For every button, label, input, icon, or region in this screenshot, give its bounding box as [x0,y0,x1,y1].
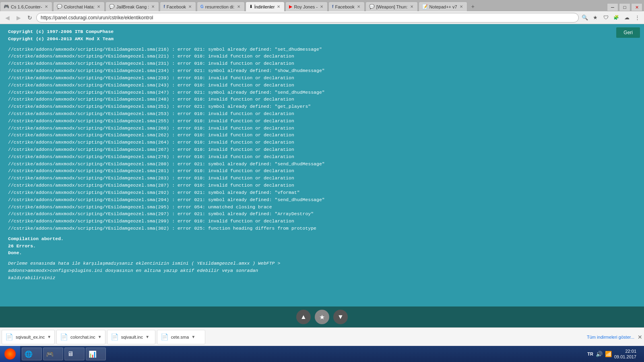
download-filename-2: sqivault.inc [121,335,143,339]
forward-nav-button[interactable]: ▶ [14,13,23,23]
download-item-3[interactable]: 📄 cete.sma ▼ [157,330,205,344]
main-content: Copyright (c) 1997-2006 ITB CompuPhase C… [0,24,644,306]
tray-time: 22:01 09.01.2017 [614,348,636,360]
taskbar-item-chrome[interactable]: 🌐 [22,348,42,360]
download-arrow-icon-0: ▼ [47,335,51,339]
tab-icon-jailbreak: 💬 [109,4,115,9]
tab-close-notepad[interactable]: ✕ [459,4,464,9]
error-count: 26 Errors. [8,243,608,250]
close-button[interactable]: ✕ [631,3,642,11]
error-line-11: //cstrike/addons/amxmodx/scripting/YEsil… [8,125,608,132]
error-line-4: //cstrike/addons/amxmodx/scripting/YEsil… [8,74,608,82]
tab-colorchat[interactable]: 💬 Colorchat Hata: ✕ [53,2,105,11]
download-item-2[interactable]: 📄 sqivault.inc ▼ [107,330,155,344]
tab-indirilenler[interactable]: ⬇ İndirilenler ✕ [246,2,285,11]
error-line-22: //cstrike/addons/amxmodx/scripting/YEsil… [8,204,608,211]
taskbar-items: 🌐 🎮 🖥 📊 [20,348,584,360]
nav-down-circle[interactable]: ▼ [333,310,348,324]
right-sidebar: Geri [616,24,644,306]
tab-close-resurrection[interactable]: ✕ [236,4,241,9]
error-line-19: //cstrike/addons/amxmodx/scripting/YEsil… [8,182,608,189]
nav-up-circle[interactable]: ▲ [296,310,311,324]
tab-bar: 🎮 Cs 1.6,Counter- ✕ 💬 Colorchat Hata: ✕ … [0,0,644,11]
error-line-21: //cstrike/addons/amxmodx/scripting/YEsil… [8,196,608,204]
nav-circles: ▲ ★ ▼ [0,306,644,327]
extension-icon[interactable]: 🧩 [612,13,621,22]
search-icon[interactable]: 🔍 [580,13,589,22]
tab-close-royjones[interactable]: ✕ [319,4,324,9]
tab-close-facebook[interactable]: ✕ [188,4,192,9]
tab-resurrection[interactable]: G resurrection di: ✕ [197,2,245,11]
tab-close-indirilenler[interactable]: ✕ [276,4,281,9]
tab-weapon[interactable]: 💬 [Weapon] Thun: ✕ [365,2,418,11]
shield-icon[interactable]: 🛡 [601,13,610,22]
error-line-3: //cstrike/addons/amxmodx/scripting/YEsil… [8,67,608,74]
settings-icon[interactable]: ⋮ [633,13,642,22]
address-bar[interactable] [36,13,579,23]
download-arrow-icon-1: ▼ [98,335,102,339]
compilation-aborted: Compilation aborted. [8,235,608,243]
tab-icon-weapon: 💬 [369,4,375,9]
back-nav-button[interactable]: ◀ [2,13,12,23]
tray-network-icon[interactable]: 📶 [605,351,612,357]
tab-cs16[interactable]: 🎮 Cs 1.6,Counter- ✕ [0,2,52,11]
tab-notepad[interactable]: 📝 Notepad++ v7 ✕ [419,2,467,11]
nav-icons: 🔍 ★ 🛡 🧩 ☁ ⋮ [580,13,642,22]
download-item-1[interactable]: 📄 colorchat.inc ▼ [56,330,105,344]
taskbar-item-chart[interactable]: 📊 [86,348,106,360]
taskbar-tray: TR 🔊 📶 22:01 09.01.2017 [584,348,644,360]
tray-clock: 22:01 [614,348,636,354]
panel-content: Copyright (c) 1997-2006 ITB CompuPhase C… [0,24,616,306]
taskbar: 🌐 🎮 🖥 📊 TR 🔊 📶 22:01 09.01.2017 [0,346,644,362]
minimize-button[interactable]: ─ [607,3,618,11]
error-line-7: //cstrike/addons/amxmodx/scripting/YEsil… [8,96,608,103]
error-line-10: //cstrike/addons/amxmodx/scripting/YEsil… [8,117,608,125]
error-line-1: //cstrike/addons/amxmodx/scripting/YEsil… [8,53,608,60]
reload-button[interactable]: ↻ [25,13,35,23]
tab-icon-royjones: ▶ [289,4,292,9]
tab-facebook2[interactable]: f Facebook ✕ [328,2,365,11]
downloads-right: Tüm indirmeleri göster... ✕ [587,334,642,340]
error-line-13: //cstrike/addons/amxmodx/scripting/YEsil… [8,139,608,146]
tab-close-jailbreak[interactable]: ✕ [151,4,155,9]
taskbar-item-cs[interactable]: 🎮 [43,348,63,360]
new-tab-button[interactable]: + [468,2,478,11]
download-file-icon-2: 📄 [111,333,119,341]
error-line-0: //cstrike/addons/amxmodx/scripting/YEsil… [8,46,608,53]
error-line-25: //cstrike/addons/amxmodx/scripting/YEsil… [8,225,608,232]
back-btn-wrapper: Geri [616,24,644,41]
error-line-6: //cstrike/addons/amxmodx/scripting/YEsil… [8,89,608,96]
error-line-2: //cstrike/addons/amxmodx/scripting/YEsil… [8,60,608,67]
tray-volume-icon[interactable]: 🔊 [596,351,603,357]
start-button[interactable] [0,346,20,362]
nav-star-circle[interactable]: ★ [315,310,329,324]
back-button[interactable]: Geri [616,27,640,38]
download-item-0[interactable]: 📄 sqivault_ex.inc ▼ [2,330,55,344]
tab-jailbreak[interactable]: 💬 JailBreak Gang : ✕ [105,2,159,11]
tab-facebook[interactable]: f Facebook ✕ [160,2,196,11]
taskbar-item-desktop[interactable]: 🖥 [64,348,85,360]
close-downloads-icon[interactable]: ✕ [638,334,642,340]
download-filename-3: cete.sma [171,335,189,339]
tray-lang: TR [587,352,593,356]
cloud-icon[interactable]: ☁ [622,13,631,22]
error-line-15: //cstrike/addons/amxmodx/scripting/YEsil… [8,153,608,160]
windows-logo [4,348,16,360]
tab-close-facebook2[interactable]: ✕ [356,4,361,9]
browser-chrome: 🎮 Cs 1.6,Counter- ✕ 💬 Colorchat Hata: ✕ … [0,0,644,24]
show-all-downloads-link[interactable]: Tüm indirmeleri göster... [587,335,634,339]
error-line-24: //cstrike/addons/amxmodx/scripting/YEsil… [8,218,608,225]
tab-icon-facebook: f [163,4,165,9]
window-controls: ─ □ ✕ [607,3,644,11]
tab-royjones[interactable]: ▶ Roy Jones - ✕ [285,2,328,11]
tab-close-colorchat[interactable]: ✕ [96,4,101,9]
tab-close-cs16[interactable]: ✕ [44,4,49,9]
maximize-button[interactable]: □ [619,3,630,11]
tab-close-weapon[interactable]: ✕ [409,4,414,9]
bookmark-icon[interactable]: ★ [591,13,600,22]
download-file-icon-1: 📄 [60,333,68,341]
error-line-16: //cstrike/addons/amxmodx/scripting/YEsil… [8,160,608,168]
downloads-bar: 📄 sqivault_ex.inc ▼ 📄 colorchat.inc ▼ 📄 … [0,327,644,346]
tab-icon-resurrection: G [200,4,204,9]
download-filename-1: colorchat.inc [70,335,95,339]
